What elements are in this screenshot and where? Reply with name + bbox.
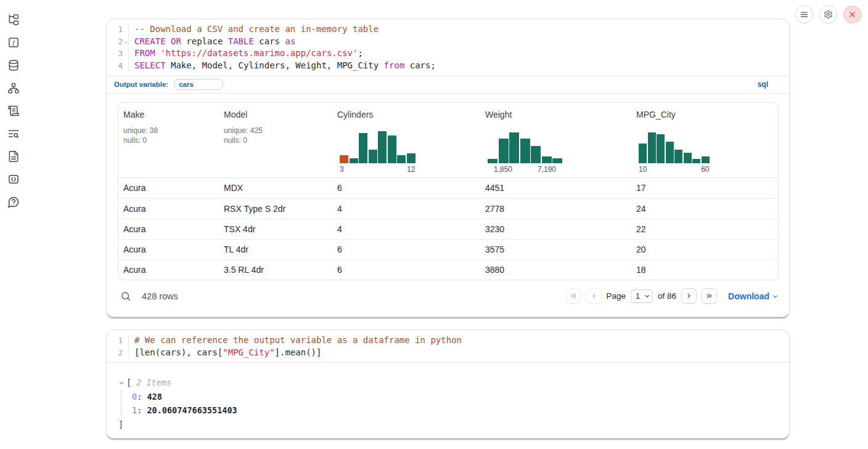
- menu-icon[interactable]: [795, 6, 813, 23]
- histogram-axis-labels: 312: [340, 165, 416, 174]
- table-output-area: Makeunique: 38nulls: 0Modelunique: 425nu…: [107, 102, 789, 315]
- collapse-chevron-icon[interactable]: [118, 380, 125, 386]
- help-icon[interactable]: [6, 195, 21, 209]
- column-stats: unique: 425nulls: 0: [224, 126, 327, 145]
- line-number: 1: [113, 334, 123, 347]
- table-body: AcuraMDX6445117AcuraRSX Type S 2dr427782…: [118, 178, 778, 280]
- close-icon[interactable]: [843, 6, 861, 23]
- axis-min-label: 3: [340, 165, 344, 174]
- output-variable-input[interactable]: [174, 79, 223, 90]
- table-cell: MDX: [219, 183, 332, 193]
- table-cell: 20: [631, 245, 778, 254]
- histogram-bar: [499, 139, 509, 163]
- histogram-bar: [648, 132, 656, 163]
- notebook-actions: [795, 6, 861, 23]
- code-line: 2[len(cars), cars["MPG_City"].mean()]: [113, 347, 789, 359]
- first-page-button[interactable]: [566, 288, 581, 304]
- last-page-button[interactable]: [702, 288, 717, 304]
- sql-code-editor[interactable]: 1-- Download a CSV and create an in-memo…: [107, 19, 789, 76]
- item-key: 0: [132, 392, 137, 402]
- output-variable-label: Output variable:: [114, 81, 168, 88]
- table-row: AcuraMDX6445117: [118, 178, 778, 198]
- tree-root[interactable]: [2 Items: [118, 376, 789, 390]
- code-text: FROM 'https://datasets.marimo.app/cars.c…: [128, 47, 789, 60]
- item-colon: :: [137, 405, 147, 415]
- tree-children: 0: 4281: 20.060747663551403: [121, 390, 789, 418]
- language-badge[interactable]: sql: [758, 80, 768, 89]
- axis-min-label: 10: [639, 165, 647, 174]
- item-colon: :: [137, 392, 147, 402]
- file-tree-icon[interactable]: [6, 12, 21, 27]
- page-label: Page: [607, 291, 626, 301]
- histogram-bar: [407, 153, 416, 163]
- item-key: 1: [132, 405, 137, 415]
- snippets-icon[interactable]: [6, 172, 21, 187]
- histogram-bars: [488, 131, 562, 163]
- axis-max-label: 7,190: [538, 165, 556, 174]
- search-icon[interactable]: [120, 291, 131, 302]
- table-cell: 2778: [480, 204, 631, 214]
- line-number: 4: [113, 60, 123, 72]
- code-line: 4SELECT Make, Model, Cylinders, Weight, …: [113, 60, 789, 72]
- table-cell: 6: [332, 183, 480, 193]
- histogram-bar: [340, 155, 348, 163]
- function-icon[interactable]: f: [6, 35, 21, 50]
- line-number: 2: [113, 347, 123, 359]
- previous-page-button[interactable]: [586, 288, 602, 304]
- list-output-tree: [2 Items0: 4281: 20.060747663551403]: [107, 362, 789, 431]
- data-table: Makeunique: 38nulls: 0Modelunique: 425nu…: [118, 102, 779, 280]
- document-icon[interactable]: [6, 149, 21, 164]
- histogram-bar: [692, 159, 700, 163]
- item-value: 20.060747663551403: [147, 405, 237, 415]
- table-cell: Acura: [118, 204, 219, 214]
- column-histogram: 1,8507,190: [488, 131, 562, 174]
- table-row: AcuraTL 4dr6357520: [118, 239, 778, 259]
- scroll-icon[interactable]: [6, 103, 21, 118]
- histogram-bar: [674, 150, 682, 163]
- table-cell: TSX 4dr: [219, 224, 332, 234]
- output-variable-bar: Output variable: sql: [107, 76, 789, 94]
- code-text: SELECT Make, Model, Cylinders, Weight, M…: [128, 60, 789, 72]
- histogram-bar: [684, 153, 692, 163]
- dependency-graph-icon[interactable]: [6, 81, 21, 95]
- fold-spacer: [123, 334, 128, 347]
- histogram-axis-labels: 1060: [639, 165, 710, 174]
- column-stats: unique: 38nulls: 0: [123, 126, 214, 145]
- table-cell: 4: [332, 224, 480, 234]
- database-icon[interactable]: [6, 58, 21, 73]
- histogram-bar: [509, 132, 519, 163]
- column-name: MPG_City: [636, 110, 773, 119]
- page-select[interactable]: 1: [631, 289, 653, 303]
- fold-chevron-icon[interactable]: [123, 36, 128, 48]
- code-text: [len(cars), cars["MPG_City"].mean()]: [128, 347, 789, 359]
- pagination: Page 1 of 86 Download: [566, 288, 779, 304]
- python-code-editor[interactable]: 1# We can reference the output variable …: [107, 330, 789, 362]
- close-bracket: ]: [118, 418, 789, 432]
- code-line: 3FROM 'https://datasets.marimo.app/cars.…: [113, 47, 789, 60]
- download-button[interactable]: Download: [728, 291, 779, 301]
- histogram-bar: [639, 144, 647, 163]
- gear-icon[interactable]: [819, 6, 837, 23]
- table-cell: Acura: [118, 183, 219, 193]
- table-cell: 3230: [480, 224, 631, 234]
- histogram-bar: [397, 155, 406, 163]
- next-page-button[interactable]: [681, 288, 697, 304]
- histogram-bar: [666, 142, 674, 163]
- histogram-bar: [388, 136, 396, 163]
- table-column-header: Weight1,8507,190: [480, 103, 631, 177]
- histogram-axis-labels: 1,8507,190: [488, 165, 562, 174]
- histogram-bar: [350, 158, 358, 163]
- histogram-bar: [542, 156, 552, 163]
- table-column-header: Makeunique: 38nulls: 0: [118, 103, 219, 177]
- tree-item: 1: 20.060747663551403: [132, 403, 789, 418]
- histogram-bar: [520, 139, 530, 163]
- log-search-icon[interactable]: [6, 126, 21, 141]
- code-text: CREATE OR replace TABLE cars as: [128, 36, 789, 48]
- chevron-down-icon: [772, 293, 779, 300]
- column-name: Weight: [485, 110, 626, 119]
- table-column-header: MPG_City1060: [631, 103, 778, 177]
- table-cell: 17: [631, 183, 778, 193]
- table-cell: 24: [631, 204, 778, 214]
- open-bracket: [: [126, 376, 131, 390]
- fold-spacer: [123, 23, 128, 36]
